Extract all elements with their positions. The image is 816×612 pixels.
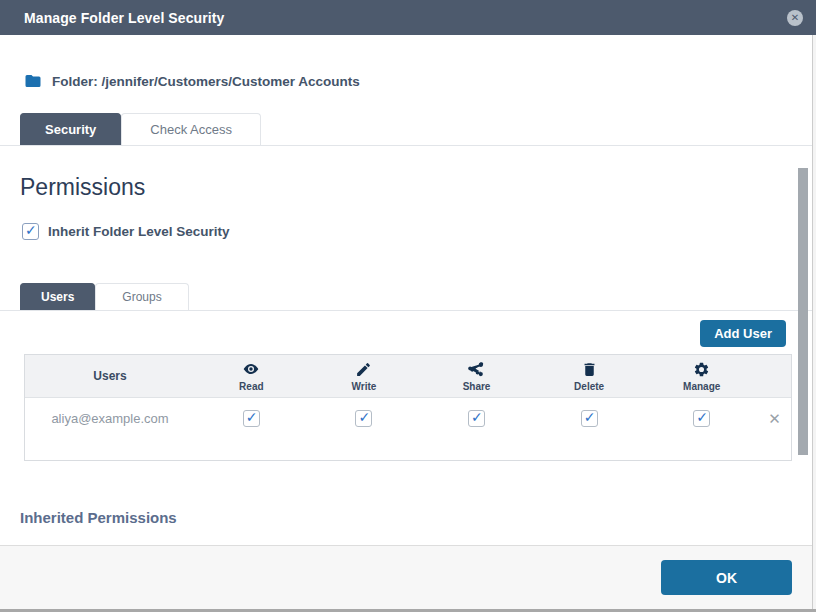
manage-cell <box>645 410 758 427</box>
permissions-heading: Permissions <box>20 174 816 201</box>
folder-icon <box>24 72 42 90</box>
table-row: aliya@example.com ✕ <box>25 398 791 438</box>
read-cell <box>195 410 308 427</box>
write-cell <box>308 410 421 427</box>
manage-checkbox[interactable] <box>693 410 710 427</box>
inherit-security-label: Inherit Folder Level Security <box>48 224 230 239</box>
ok-button[interactable]: OK <box>661 560 792 595</box>
column-label-share: Share <box>463 381 491 392</box>
column-label-delete: Delete <box>574 381 604 392</box>
share-icon <box>468 361 485 381</box>
remove-row-icon[interactable]: ✕ <box>768 411 781 426</box>
add-user-row: Add User <box>0 311 816 347</box>
column-header-manage: Manage <box>645 355 758 397</box>
inherit-security-row: Inherit Folder Level Security <box>22 223 816 240</box>
permissions-table-header: Users Read Write <box>25 355 791 398</box>
eye-icon <box>242 360 260 381</box>
modal-header: Manage Folder Level Security ✕ <box>0 0 816 35</box>
share-checkbox[interactable] <box>468 410 485 427</box>
user-email: aliya@example.com <box>25 411 195 426</box>
inherit-security-checkbox[interactable] <box>22 223 39 240</box>
column-label-write: Write <box>352 381 377 392</box>
column-header-delete: Delete <box>533 355 646 397</box>
close-icon[interactable]: ✕ <box>787 10 803 26</box>
add-user-button[interactable]: Add User <box>700 320 786 347</box>
delete-cell <box>533 410 646 427</box>
column-label-manage: Manage <box>683 381 720 392</box>
tab-users[interactable]: Users <box>20 283 95 310</box>
share-cell <box>420 410 533 427</box>
column-label-read: Read <box>239 381 263 392</box>
modal-right-edge <box>812 35 816 609</box>
tab-groups[interactable]: Groups <box>95 283 188 310</box>
main-tabs: Security Check Access <box>0 113 816 146</box>
modal-title: Manage Folder Level Security <box>24 10 224 26</box>
tab-check-access[interactable]: Check Access <box>121 113 261 145</box>
gear-icon <box>693 361 710 381</box>
inherited-permissions-heading: Inherited Permissions <box>20 509 816 526</box>
column-header-share: Share <box>420 355 533 397</box>
delete-checkbox[interactable] <box>581 410 598 427</box>
trash-icon <box>581 361 598 381</box>
column-header-read: Read <box>195 355 308 397</box>
column-header-write: Write <box>308 355 421 397</box>
modal-body: Folder: /jennifer/Customers/Customer Acc… <box>0 35 816 545</box>
folder-row: Folder: /jennifer/Customers/Customer Acc… <box>0 35 816 90</box>
users-column-header: Users <box>25 355 195 397</box>
entity-tabs: Users Groups <box>0 283 816 311</box>
modal-footer: OK <box>0 545 816 609</box>
folder-path: Folder: /jennifer/Customers/Customer Acc… <box>52 74 360 89</box>
remove-column-header <box>758 355 791 397</box>
permissions-table: Users Read Write <box>24 354 792 461</box>
vertical-scrollbar-thumb[interactable] <box>798 168 808 455</box>
write-checkbox[interactable] <box>355 410 372 427</box>
tab-security[interactable]: Security <box>20 113 121 145</box>
pencil-icon <box>355 361 372 381</box>
read-checkbox[interactable] <box>243 410 260 427</box>
